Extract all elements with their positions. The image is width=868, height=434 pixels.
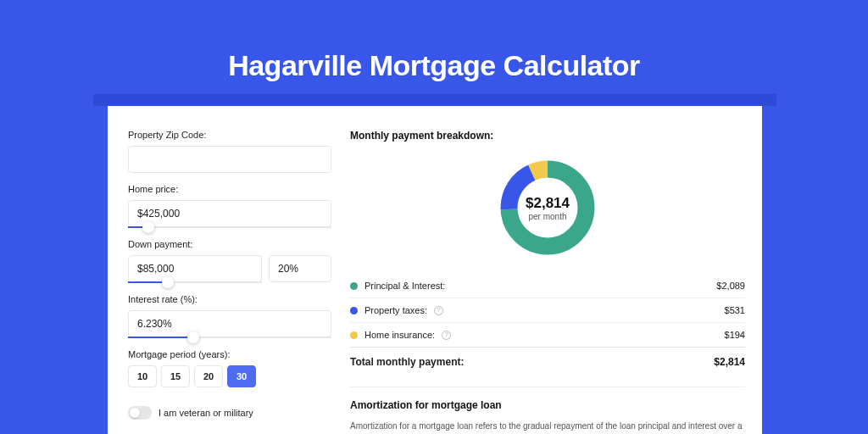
- page-title: Hagarville Mortgage Calculator: [0, 0, 868, 82]
- legend-value: $2,089: [716, 281, 745, 291]
- home-price-slider-thumb[interactable]: [142, 221, 154, 233]
- period-button-20[interactable]: 20: [194, 365, 223, 387]
- amortization-title: Amortization for mortgage loan: [350, 399, 745, 411]
- interest-rate-group: Interest rate (%):: [128, 294, 331, 338]
- donut-center: $2,814 per month: [497, 157, 598, 259]
- home-price-group: Home price:: [128, 184, 331, 228]
- calculator-card: Property Zip Code: Home price: Down paym…: [108, 106, 762, 434]
- info-icon[interactable]: ?: [434, 306, 443, 315]
- interest-rate-slider[interactable]: [128, 337, 331, 338]
- home-price-input[interactable]: [128, 200, 331, 227]
- interest-rate-label: Interest rate (%):: [128, 294, 331, 304]
- inputs-column: Property Zip Code: Home price: Down paym…: [128, 130, 331, 434]
- interest-rate-input[interactable]: [128, 310, 331, 337]
- amortization-text: Amortization for a mortgage loan refers …: [350, 420, 745, 434]
- legend-dot: [350, 282, 358, 290]
- donut-chart-wrap: $2,814 per month: [350, 152, 745, 274]
- legend-label: Home insurance:: [364, 330, 435, 340]
- info-icon[interactable]: ?: [442, 331, 451, 340]
- home-price-slider[interactable]: [128, 226, 331, 228]
- legend-value: $531: [725, 305, 745, 315]
- home-price-label: Home price:: [128, 184, 331, 194]
- amortization-section: Amortization for mortgage loan Amortizat…: [350, 387, 745, 434]
- veteran-row: I am veteran or military: [128, 406, 331, 420]
- down-payment-label: Down payment:: [128, 239, 331, 249]
- down-payment-group: Down payment:: [128, 239, 331, 283]
- period-button-10[interactable]: 10: [128, 365, 157, 387]
- legend-total-value: $2,814: [714, 356, 745, 368]
- legend-row: Property taxes:?$531: [350, 298, 745, 322]
- donut-chart: $2,814 per month: [497, 157, 598, 259]
- legend-row: Principal & Interest:$2,089: [350, 274, 745, 298]
- mortgage-period-options: 10152030: [128, 365, 331, 387]
- legend-row: Home insurance:?$194: [350, 322, 745, 347]
- period-button-15[interactable]: 15: [161, 365, 190, 387]
- down-payment-input[interactable]: [128, 255, 262, 282]
- results-column: Monthly payment breakdown: $2,814 per mo…: [350, 130, 745, 434]
- zip-label: Property Zip Code:: [128, 130, 331, 140]
- breakdown-title: Monthly payment breakdown:: [350, 130, 745, 142]
- legend-value: $194: [725, 330, 745, 340]
- breakdown-legend: Principal & Interest:$2,089Property taxe…: [350, 274, 745, 375]
- donut-sublabel: per month: [528, 212, 566, 221]
- period-button-30[interactable]: 30: [227, 365, 256, 387]
- legend-left: Principal & Interest:: [350, 281, 445, 291]
- legend-total-label: Total monthly payment:: [350, 356, 464, 368]
- down-payment-slider[interactable]: [128, 281, 262, 283]
- legend-left: Property taxes:?: [350, 305, 443, 315]
- mortgage-period-label: Mortgage period (years):: [128, 349, 331, 359]
- zip-input[interactable]: [128, 146, 331, 173]
- legend-label: Principal & Interest:: [364, 281, 445, 291]
- down-payment-slider-thumb[interactable]: [162, 276, 174, 288]
- legend-label: Property taxes:: [364, 305, 427, 315]
- legend-dot: [350, 307, 358, 314]
- mortgage-period-group: Mortgage period (years): 10152030: [128, 349, 331, 387]
- veteran-toggle-thumb: [130, 408, 140, 418]
- zip-group: Property Zip Code:: [128, 130, 331, 173]
- header-accent-bar: [93, 94, 776, 106]
- down-payment-pct-input[interactable]: [269, 255, 331, 282]
- veteran-label: I am veteran or military: [159, 408, 253, 418]
- veteran-toggle[interactable]: [128, 406, 152, 420]
- interest-rate-slider-thumb[interactable]: [187, 331, 199, 343]
- legend-total-row: Total monthly payment:$2,814: [350, 347, 745, 375]
- donut-amount: $2,814: [526, 195, 570, 212]
- legend-left: Home insurance:?: [350, 330, 451, 340]
- legend-dot: [350, 331, 358, 339]
- interest-rate-slider-fill: [128, 337, 193, 338]
